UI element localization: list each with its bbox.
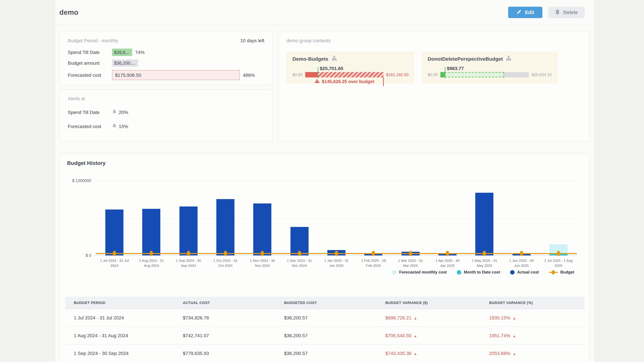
budget-marker-1-oct-2024-31-oct-2024 [224, 251, 227, 256]
budget-period-title: Budget Period - monthly [68, 38, 118, 43]
cell-budget-variance-pct: 1951.74%▲ [480, 327, 584, 345]
alert-forecast-label: Forecasted cost [68, 124, 112, 129]
gridline-600000 [96, 218, 577, 219]
bar-actual-1-nov-2024-30-nov-2024[interactable] [254, 203, 272, 255]
y-axis-label-top: $ 1200000 [72, 178, 91, 183]
x-axis-label-1-mar-2025-31-mar-2025: 1 Mar 2025 - 31 Mar 2025 [392, 258, 429, 268]
budget-bar-row: $0.00$25,701.65$145,626.25 over budget$1… [292, 72, 408, 77]
alert-forecast-row: Forecasted cost 15% [68, 123, 264, 129]
cell-value: $706,540.50 [386, 333, 412, 338]
budget-marker-tick [318, 67, 318, 78]
bar-actual-1-oct-2024-31-oct-2024[interactable] [216, 199, 234, 255]
budget-marker-1-apr-2025-30-apr-2025 [446, 251, 449, 256]
budget-marker-1-dec-2024-31-dec-2024 [298, 251, 301, 256]
budget-marker-1-jun-2025-30-jun-2025 [520, 251, 523, 256]
budget-tile-donotdeleteperspectivebudget[interactable]: DonotDeletePerspectiveBudget$0.00$983.77… [422, 51, 558, 83]
budget-history-card: Budget History $ 1200000 $ 0 1 Jul 2024 … [59, 153, 590, 362]
bar-actual-1-may-2025-31-may-2025[interactable] [475, 193, 494, 255]
x-axis-label-1-jul-2025-1-aug-2025: 1 Jul 2025 - 1 Aug 2025 [540, 258, 577, 268]
cell-budgeted-cost: $36,200.57 [276, 309, 377, 327]
delete-button[interactable]: Delete [548, 7, 585, 18]
legend-swatch-forecasted-monthly-cost [392, 270, 396, 275]
edit-button-label: Edit [525, 10, 534, 15]
bar-actual-1-sep-2024-30-sep-2024[interactable] [180, 207, 198, 255]
cell-budget-variance-pct: 2053.66%▲ [480, 345, 584, 362]
budget-tile-demo-budgets[interactable]: Demo-Budgets$0.00$25,701.65$145,626.25 o… [286, 51, 414, 83]
budget-name: Demo-Budgets [292, 56, 328, 62]
budget-progress-bar: $983.77 [440, 72, 529, 77]
budget-marker-label: $983.77 [447, 66, 464, 71]
table-row-1-jul-2024-31-jul-2024: 1 Jul 2024 - 31 Jul 2024$734,926.78$36,2… [65, 309, 584, 327]
budget-period-card-header: Budget Period - monthly 10 days left [68, 38, 264, 43]
legend-swatch-month-to-date-cost [457, 270, 461, 275]
x-axis-label-1-jun-2025-30-jun-2025: 1 Jun 2025 - 30 Jun 2025 [503, 258, 540, 268]
spend-till-date-row: Spend Till Date $26,6... 74% [68, 49, 264, 56]
forecasted-cost-label: Forecasted cost [68, 72, 112, 78]
legend-diamond-icon [552, 270, 554, 275]
bar-segment-over-budget-hatched [318, 72, 384, 77]
x-axis-baseline [93, 255, 577, 256]
bar-actual-1-aug-2024-31-aug-2024[interactable] [142, 209, 160, 255]
budget-marker-1-sep-2024-30-sep-2024 [187, 251, 190, 256]
bell-icon [112, 109, 117, 115]
bar-segment-spent-red [305, 72, 318, 77]
cell-budget-period: 1 Jul 2024 - 31 Jul 2024 [65, 309, 174, 327]
x-axis-labels: 1 Jul 2024 - 31 Jul 20241 Aug 2024 - 31 … [96, 258, 577, 268]
bar-segment-spent-green [440, 72, 445, 77]
cell-budget-period: 1 Aug 2024 - 31 Aug 2024 [65, 327, 174, 345]
budget-period-card: Budget Period - monthly 10 days left Spe… [59, 31, 273, 85]
cell-value: $743,435.36 [386, 351, 412, 356]
budget-amount-chip: $36,200.... [112, 59, 138, 67]
legend-item-budget[interactable]: Budget [549, 270, 574, 275]
legend-swatch-budget [549, 272, 558, 273]
table-row-1-sep-2024-30-sep-2024: 1 Sep 2024 - 30 Sep 2024$779,635.93$36,2… [65, 345, 584, 362]
x-axis-label-1-may-2025-31-may-2025: 1 May 2025 - 31 May 2025 [466, 258, 503, 268]
forecasted-cost-percent: 486% [243, 72, 255, 78]
budget-tiles: Demo-Budgets$0.00$25,701.65$145,626.25 o… [286, 51, 582, 83]
cell-budget-variance-usd: $706,540.50▲ [377, 327, 480, 345]
legend-item-actual-cost[interactable]: Actual cost [510, 270, 539, 275]
edit-button[interactable]: Edit [508, 7, 542, 18]
budget-marker-label: $25,701.65 [320, 66, 343, 71]
bar-max-label: $161,192.50 [386, 72, 408, 77]
forecasted-cost-row: Forecasted cost $175,908.50 486% [68, 70, 264, 80]
x-axis-label-1-apr-2025-30-apr-2025: 1 Apr 2025 - 30 Apr 2025 [429, 258, 466, 268]
legend-label: Budget [560, 270, 574, 275]
over-budget-warning: $145,626.25 over budget [305, 79, 384, 84]
spend-till-date-label: Spend Till Date [68, 50, 112, 55]
gridline-1200000 [96, 181, 577, 181]
legend-item-month-to-date-cost[interactable]: Month to Date cost [457, 270, 500, 275]
bar-actual-1-jul-2024-31-jul-2024[interactable] [105, 210, 124, 255]
left-column: Budget Period - monthly 10 days left Spe… [59, 31, 273, 141]
spend-till-date-chip: $26,6... [112, 49, 132, 56]
budget-name: DonotDeletePerspectiveBudget [428, 56, 503, 62]
app-viewport: demo Edit Delete [0, 0, 644, 362]
summary-cards-row: Budget Period - monthly 10 days left Spe… [59, 31, 590, 141]
y-axis-label-zero: $ 0 [86, 253, 91, 258]
alert-spend-value-group: 20% [112, 109, 128, 115]
alert-spend-value: 20% [119, 110, 128, 115]
spend-till-date-percent: 74% [135, 50, 144, 55]
cell-value: 1930.15% [489, 315, 510, 321]
group-card-title: demo group contents [286, 38, 330, 43]
budget-tile-header: DonotDeletePerspectiveBudget [428, 56, 552, 62]
x-axis-label-1-oct-2024-31-oct-2024: 1 Oct 2024 - 31 Oct 2024 [207, 258, 244, 268]
cell-budgeted-cost: $36,200.57 [276, 327, 377, 345]
alert-forecast-value-group: 15% [112, 123, 128, 129]
legend-label: Forecasted monthly cost [399, 270, 447, 275]
cell-actual-cost: $742,741.07 [174, 327, 276, 345]
cell-value: 1951.74% [489, 333, 510, 338]
up-triangle-icon: ▲ [513, 334, 516, 338]
alert-spend-label: Spend Till Date [68, 110, 112, 115]
budget-marker-1-mar-2025-31-mar-2025 [409, 251, 412, 256]
budget-bar-row: $0.00$983.77$20,634.32 [428, 72, 552, 77]
pencil-icon [516, 9, 522, 15]
up-triangle-icon: ▲ [513, 352, 516, 356]
alert-forecast-value: 15% [119, 124, 128, 129]
x-axis-label-1-dec-2024-31-dec-2024: 1 Dec 2024 - 31 Dec 2024 [281, 258, 318, 268]
alerts-card-header: Alerts at [68, 96, 264, 101]
legend-item-forecasted-monthly-cost[interactable]: Forecasted monthly cost [392, 270, 447, 275]
column-header-budget-variance: BUDGET VARIANCE ($) [377, 297, 480, 309]
bar-min-label: $0.00 [428, 72, 438, 77]
alert-spend-row: Spend Till Date 20% [68, 109, 264, 115]
